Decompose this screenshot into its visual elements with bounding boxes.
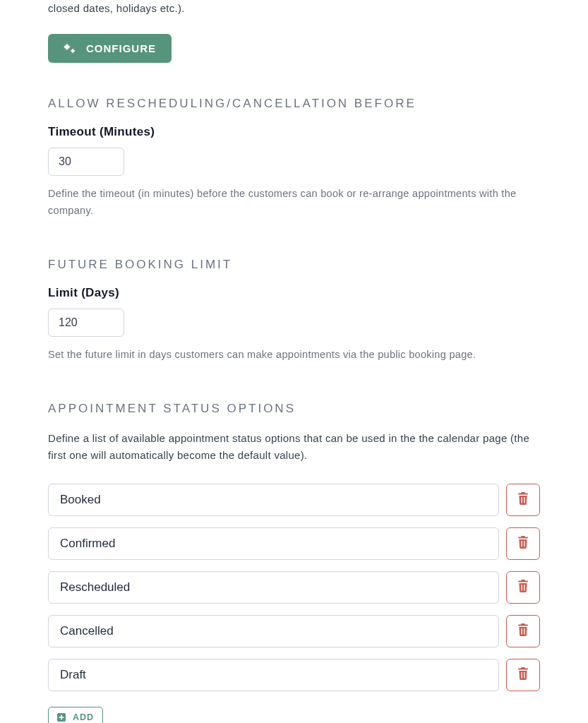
status-input[interactable] — [48, 527, 499, 560]
trash-icon — [517, 492, 529, 507]
status-options-description: Define a list of available appointment s… — [48, 430, 540, 464]
status-row — [48, 571, 540, 604]
delete-status-button[interactable] — [506, 571, 540, 604]
trash-icon — [517, 623, 529, 638]
add-status-label: ADD — [73, 712, 94, 722]
delete-status-button[interactable] — [506, 659, 540, 691]
configure-button[interactable]: CONFIGURE — [48, 34, 172, 63]
status-row — [48, 484, 540, 516]
limit-input[interactable] — [48, 309, 124, 337]
timeout-input[interactable] — [48, 148, 124, 176]
add-status-button[interactable]: ADD — [48, 707, 103, 723]
svg-rect-3 — [59, 717, 64, 718]
reschedule-heading: ALLOW RESCHEDULING/CANCELLATION BEFORE — [48, 97, 540, 111]
intro-text-fragment: closed dates, holidays etc.). — [48, 0, 540, 17]
status-input[interactable] — [48, 484, 499, 516]
status-input[interactable] — [48, 659, 499, 691]
cogs-icon — [64, 43, 76, 54]
delete-status-button[interactable] — [506, 615, 540, 647]
status-input[interactable] — [48, 571, 499, 604]
limit-label: Limit (Days) — [48, 286, 540, 300]
trash-icon — [517, 536, 529, 551]
status-input[interactable] — [48, 615, 499, 647]
trash-icon — [517, 667, 529, 682]
status-options-heading: APPOINTMENT STATUS OPTIONS — [48, 402, 540, 416]
status-row — [48, 615, 540, 647]
plus-square-icon — [57, 713, 66, 722]
delete-status-button[interactable] — [506, 527, 540, 560]
timeout-helper: Define the timeout (in minutes) before t… — [48, 186, 540, 220]
configure-button-label: CONFIGURE — [86, 42, 156, 54]
delete-status-button[interactable] — [506, 484, 540, 516]
trash-icon — [517, 580, 529, 594]
status-row — [48, 659, 540, 691]
timeout-label: Timeout (Minutes) — [48, 125, 540, 139]
future-limit-heading: FUTURE BOOKING LIMIT — [48, 258, 540, 272]
limit-helper: Set the future limit in days customers c… — [48, 347, 540, 364]
status-row — [48, 527, 540, 560]
